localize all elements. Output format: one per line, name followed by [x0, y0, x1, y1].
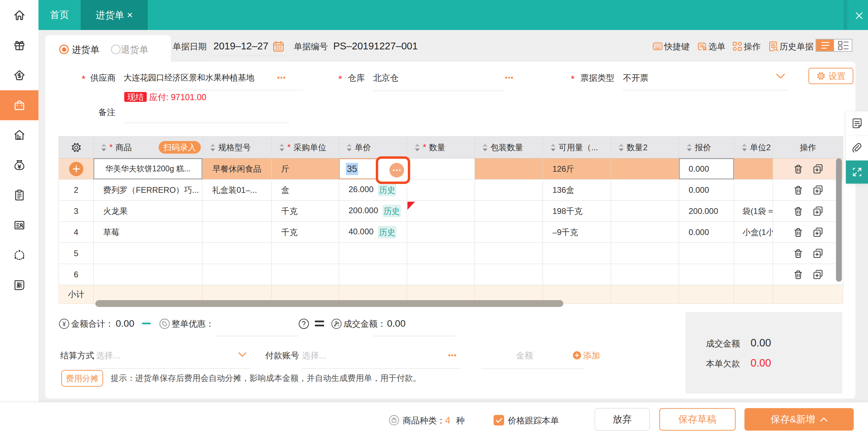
svg-text:新: 新 [16, 282, 22, 289]
